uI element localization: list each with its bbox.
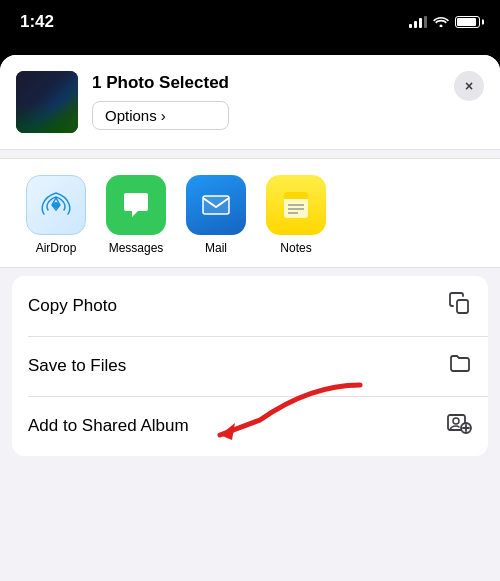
notes-label: Notes [280, 241, 311, 255]
header-info: 1 Photo Selected Options › [92, 71, 229, 130]
apps-section: AirDrop Messages [0, 158, 500, 268]
copy-photo-label: Copy Photo [28, 296, 117, 316]
photo-thumbnail [16, 71, 78, 133]
copy-photo-icon [448, 291, 472, 321]
options-button[interactable]: Options › [92, 101, 229, 130]
svg-point-14 [453, 418, 459, 424]
photo-count: 1 Photo Selected [92, 73, 229, 93]
wifi-icon [433, 15, 449, 30]
mail-label: Mail [205, 241, 227, 255]
svg-rect-5 [284, 197, 308, 199]
add-shared-album-item[interactable]: Add to Shared Album [12, 396, 488, 456]
save-to-files-icon [448, 351, 472, 381]
save-to-files-item[interactable]: Save to Files [12, 336, 488, 396]
messages-icon [106, 175, 166, 235]
add-shared-album-label: Add to Shared Album [28, 416, 189, 436]
add-shared-album-icon [446, 411, 472, 441]
copy-photo-item[interactable]: Copy Photo [12, 276, 488, 336]
save-to-files-label: Save to Files [28, 356, 126, 376]
status-icons [409, 15, 480, 30]
airdrop-label: AirDrop [36, 241, 77, 255]
messages-label: Messages [109, 241, 164, 255]
notes-icon [266, 175, 326, 235]
app-item-mail[interactable]: Mail [176, 175, 256, 255]
status-bar: 1:42 [0, 0, 500, 40]
airdrop-icon [26, 175, 86, 235]
app-item-notes[interactable]: Notes [256, 175, 336, 255]
svg-rect-1 [203, 196, 229, 214]
close-button[interactable]: × [454, 71, 484, 101]
signal-icon [409, 16, 427, 28]
share-sheet: 1 Photo Selected Options › × [0, 55, 500, 581]
battery-icon [455, 16, 480, 28]
status-time: 1:42 [20, 12, 54, 32]
apps-row: AirDrop Messages [0, 175, 500, 255]
svg-rect-9 [457, 300, 468, 313]
header-left: 1 Photo Selected Options › [16, 71, 229, 133]
app-item-airdrop[interactable]: AirDrop [16, 175, 96, 255]
mail-icon [186, 175, 246, 235]
action-list: Copy Photo Save to Files Add to Shared A… [12, 276, 488, 456]
app-item-messages[interactable]: Messages [96, 175, 176, 255]
sheet-header: 1 Photo Selected Options › × [0, 55, 500, 150]
